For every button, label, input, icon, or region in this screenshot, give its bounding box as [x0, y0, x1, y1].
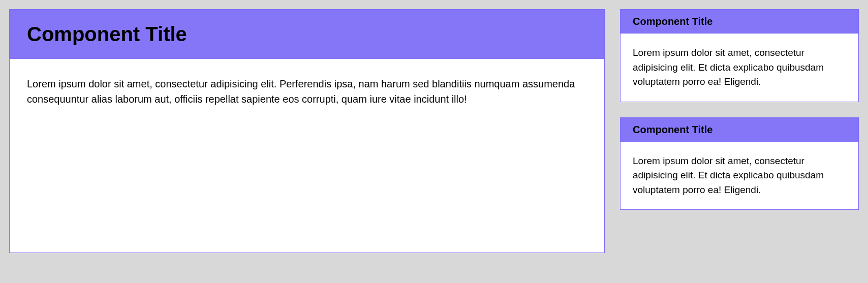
side-card-2: Component Title Lorem ipsum dolor sit am…	[620, 117, 859, 210]
layout-container: Component Title Lorem ipsum dolor sit am…	[9, 9, 859, 253]
side-card-1: Component Title Lorem ipsum dolor sit am…	[620, 9, 859, 102]
main-card-text: Lorem ipsum dolor sit amet, consectetur …	[27, 76, 587, 107]
side-card-2-header: Component Title	[621, 118, 858, 142]
side-card-1-title: Component Title	[633, 16, 846, 27]
main-card-body: Lorem ipsum dolor sit amet, consectetur …	[10, 59, 604, 124]
side-card-2-body: Lorem ipsum dolor sit amet, consectetur …	[621, 142, 858, 210]
side-card-2-text: Lorem ipsum dolor sit amet, consectetur …	[633, 154, 846, 198]
side-card-1-body: Lorem ipsum dolor sit amet, consectetur …	[621, 34, 858, 102]
left-column: Component Title Lorem ipsum dolor sit am…	[9, 9, 605, 253]
main-card-title: Component Title	[27, 23, 587, 46]
side-card-1-text: Lorem ipsum dolor sit amet, consectetur …	[633, 46, 846, 89]
main-card: Component Title Lorem ipsum dolor sit am…	[9, 9, 605, 253]
main-card-header: Component Title	[10, 10, 604, 59]
side-card-2-title: Component Title	[633, 124, 846, 136]
side-card-1-header: Component Title	[621, 10, 858, 34]
right-column: Component Title Lorem ipsum dolor sit am…	[620, 9, 859, 253]
